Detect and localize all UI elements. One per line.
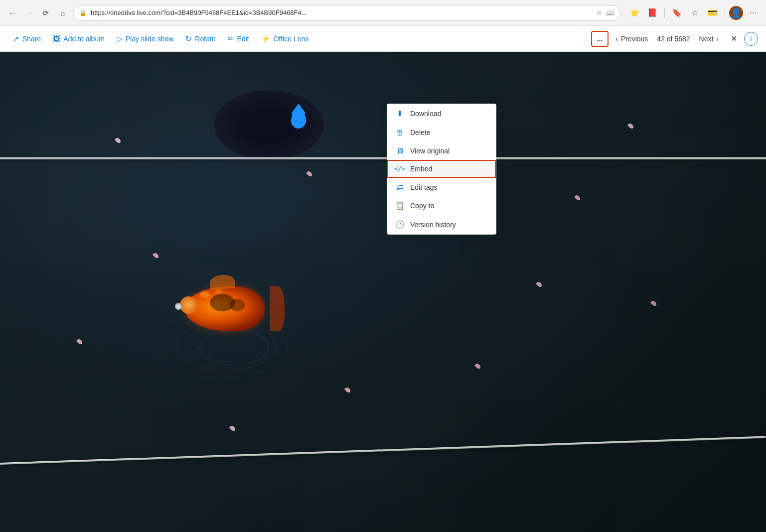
app-toolbar: ↗ Share 🖼 Add to album ▷ Play slide show… bbox=[0, 26, 766, 52]
wallet-button[interactable]: 💳 bbox=[705, 5, 721, 21]
rotate-button[interactable]: ↻ Rotate bbox=[180, 31, 220, 46]
info-icon: i bbox=[751, 35, 752, 42]
version-history-icon: 🕐 bbox=[395, 220, 404, 229]
address-bar[interactable]: 🔒 https://onedrive.live.com/?cid=3B4B90F… bbox=[73, 5, 620, 21]
copy-to-icon: 📋 bbox=[395, 201, 404, 210]
browser-actions: ⭐ 📕 🔖 ☆ 💳 👤 ⋯ bbox=[626, 5, 761, 21]
reader-icon: 📖 bbox=[606, 9, 614, 16]
info-button[interactable]: i bbox=[744, 32, 758, 46]
chevron-right-icon: › bbox=[716, 35, 719, 43]
url-text: https://onedrive.live.com/?cid=3B4B90F94… bbox=[91, 9, 592, 16]
embed-icon: </> bbox=[395, 165, 404, 172]
office-lens-icon: ⚡ bbox=[261, 34, 271, 43]
close-icon: ✕ bbox=[731, 34, 737, 43]
toolbar-divider-2 bbox=[725, 8, 725, 18]
forward-button[interactable]: → bbox=[22, 6, 36, 20]
menu-label-version-history: Version history bbox=[410, 221, 456, 229]
menu-label-edit-tags: Edit tags bbox=[410, 183, 437, 191]
menu-label-copy-to: Copy to bbox=[410, 202, 434, 210]
browser-more-button[interactable]: ⋯ bbox=[745, 5, 761, 21]
bar-top bbox=[0, 157, 766, 159]
menu-item-view-original[interactable]: 🖥 View original bbox=[387, 141, 496, 160]
rotate-icon: ↻ bbox=[185, 34, 192, 43]
toolbar-divider bbox=[664, 8, 665, 18]
previous-button[interactable]: ‹ Previous bbox=[611, 32, 653, 46]
menu-item-delete[interactable]: 🗑 Delete bbox=[387, 123, 496, 141]
water-drop bbox=[291, 110, 306, 129]
browser-chrome: ← → ⟳ ⌂ 🔒 https://onedrive.live.com/?cid… bbox=[0, 0, 766, 26]
back-button[interactable]: ← bbox=[5, 6, 19, 20]
home-button[interactable]: ⌂ bbox=[56, 6, 70, 20]
edit-label: Edit bbox=[237, 35, 249, 43]
office-lens-button[interactable]: ⚡ Office Lens bbox=[256, 31, 314, 46]
next-label: Next bbox=[699, 35, 714, 43]
previous-label: Previous bbox=[621, 35, 648, 43]
menu-item-edit-tags[interactable]: 🏷 Edit tags bbox=[387, 178, 496, 196]
star-button[interactable]: ☆ bbox=[687, 5, 703, 21]
add-to-album-button[interactable]: 🖼 Add to album bbox=[48, 31, 110, 46]
menu-label-embed: Embed bbox=[410, 165, 432, 173]
collections-button[interactable]: 🔖 bbox=[669, 5, 685, 21]
photo-display bbox=[0, 52, 766, 532]
toolbar-right: ... ‹ Previous 42 of 5682 Next › ✕ i bbox=[591, 31, 758, 47]
star-address-icon: ☆ bbox=[596, 9, 602, 16]
refresh-button[interactable]: ⟳ bbox=[39, 6, 53, 20]
avatar-image: 👤 bbox=[731, 7, 742, 18]
main-content: ⬇ Download 🗑 Delete 🖥 View original </> … bbox=[0, 52, 766, 532]
more-label: ... bbox=[597, 35, 603, 43]
lock-icon: 🔒 bbox=[79, 9, 87, 16]
profile-avatar[interactable]: 👤 bbox=[729, 6, 743, 20]
share-icon: ↗ bbox=[13, 34, 19, 43]
share-button[interactable]: ↗ Share bbox=[8, 31, 46, 46]
context-menu: ⬇ Download 🗑 Delete 🖥 View original </> … bbox=[387, 104, 496, 235]
share-label: Share bbox=[22, 35, 41, 43]
more-options-button[interactable]: ... bbox=[591, 31, 609, 47]
read-mode-button[interactable]: 📕 bbox=[644, 5, 660, 21]
koi-fish bbox=[175, 284, 285, 339]
dark-oval bbox=[214, 90, 324, 160]
menu-item-version-history[interactable]: 🕐 Version history bbox=[387, 215, 496, 234]
rotate-label: Rotate bbox=[195, 35, 215, 43]
delete-icon: 🗑 bbox=[395, 128, 404, 136]
menu-item-download[interactable]: ⬇ Download bbox=[387, 104, 496, 123]
menu-item-copy-to[interactable]: 📋 Copy to bbox=[387, 196, 496, 215]
add-to-album-label: Add to album bbox=[63, 35, 105, 43]
edit-button[interactable]: ✏ Edit bbox=[223, 31, 254, 46]
edit-icon: ✏ bbox=[228, 34, 234, 43]
next-button[interactable]: Next › bbox=[694, 32, 724, 46]
menu-label-delete: Delete bbox=[410, 129, 430, 136]
menu-item-embed[interactable]: </> Embed bbox=[387, 160, 496, 178]
menu-label-download: Download bbox=[410, 110, 441, 118]
add-album-icon: 🖼 bbox=[53, 34, 60, 43]
close-button[interactable]: ✕ bbox=[726, 31, 742, 46]
play-icon: ▷ bbox=[117, 34, 123, 43]
play-slideshow-label: Play slide show bbox=[126, 35, 174, 43]
play-slideshow-button[interactable]: ▷ Play slide show bbox=[112, 31, 179, 46]
download-icon: ⬇ bbox=[395, 109, 404, 118]
edit-tags-icon: 🏷 bbox=[395, 183, 404, 191]
view-original-icon: 🖥 bbox=[395, 146, 404, 155]
favorites-button[interactable]: ⭐ bbox=[626, 5, 642, 21]
nav-count: 42 of 5682 bbox=[655, 35, 692, 43]
chevron-left-icon: ‹ bbox=[615, 35, 618, 43]
menu-label-view-original: View original bbox=[410, 147, 450, 155]
office-lens-label: Office Lens bbox=[274, 35, 309, 43]
